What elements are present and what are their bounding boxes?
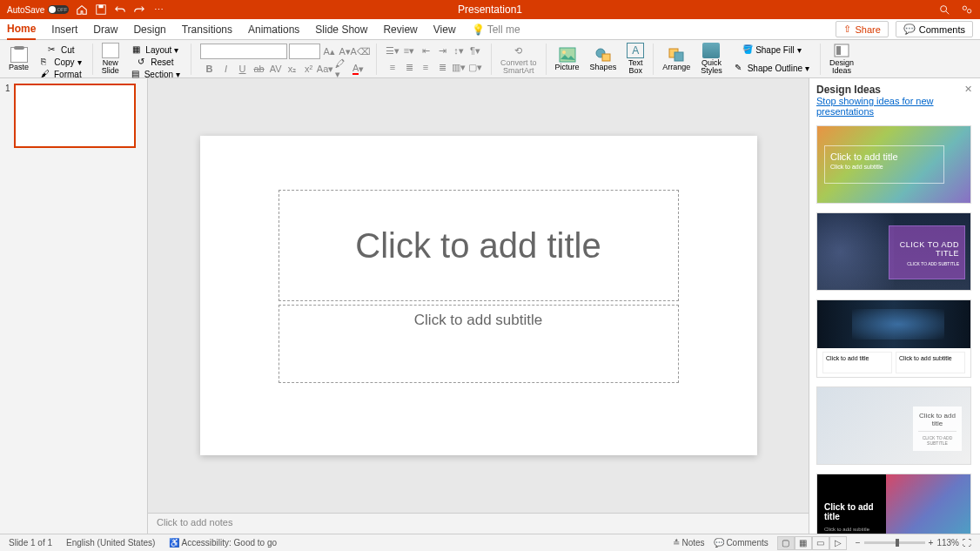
font-size-select[interactable] xyxy=(289,44,320,59)
account-icon[interactable] xyxy=(961,3,973,16)
undo-icon[interactable] xyxy=(114,3,126,16)
cut-button[interactable]: ✂Cut xyxy=(46,44,77,56)
tab-home[interactable]: Home xyxy=(7,19,36,40)
notes-toggle[interactable]: ≛ Notes xyxy=(673,538,705,548)
autosave-toggle[interactable]: AutoSave OFF xyxy=(7,5,69,15)
svg-rect-10 xyxy=(675,52,683,61)
reset-icon: ↺ xyxy=(138,57,148,67)
comment-icon: 💬 xyxy=(903,24,916,35)
shape-outline-button[interactable]: ✎Shape Outline ▾ xyxy=(733,62,811,74)
increase-indent-button[interactable]: ⇥ xyxy=(435,44,449,57)
smartart-button[interactable]: ⟲ Convert to SmartArt xyxy=(497,41,540,77)
highlight-button[interactable]: 🖍▾ xyxy=(335,62,349,76)
align-text-button[interactable]: ▢▾ xyxy=(468,60,482,74)
reset-button[interactable]: ↺Reset xyxy=(136,56,175,68)
strike-button[interactable]: ab xyxy=(252,62,266,76)
design-idea-2[interactable]: CLICK TO ADD TITLECLICK TO ADD SUBTITLE xyxy=(816,212,971,291)
search-icon[interactable] xyxy=(938,3,950,16)
slide-thumbnails: 1 xyxy=(0,78,148,534)
svg-point-6 xyxy=(562,50,566,54)
slide[interactable]: Click to add title Click to add subtitle xyxy=(200,136,757,455)
stop-showing-link[interactable]: Stop showing ideas for new presentations xyxy=(816,96,973,117)
shapes-button[interactable]: Shapes xyxy=(587,45,621,73)
underline-button[interactable]: U xyxy=(236,62,250,76)
change-case-button[interactable]: Aa▾ xyxy=(319,62,332,76)
title-placeholder[interactable]: Click to add title xyxy=(279,190,679,301)
zoom-in-button[interactable]: + xyxy=(929,538,934,548)
redo-icon[interactable] xyxy=(133,3,145,16)
italic-button[interactable]: I xyxy=(219,62,233,76)
tab-design[interactable]: Design xyxy=(133,20,165,39)
fit-to-window-button[interactable]: ⛶ xyxy=(963,538,971,548)
superscript-button[interactable]: x² xyxy=(302,62,316,76)
normal-view-button[interactable]: ▢ xyxy=(777,536,795,550)
font-color-button[interactable]: A▾ xyxy=(352,62,366,76)
increase-font-button[interactable]: A▴ xyxy=(322,44,336,58)
design-ideas-button[interactable]: Design Ideas xyxy=(826,41,857,77)
thumb-number: 1 xyxy=(5,84,10,148)
statusbar: Slide 1 of 1 English (United States) ♿ A… xyxy=(0,534,980,551)
comments-toggle[interactable]: 💬 Comments xyxy=(714,538,769,548)
slideshow-view-button[interactable]: ▷ xyxy=(829,536,847,550)
slide-counter: Slide 1 of 1 xyxy=(9,538,52,548)
bucket-icon: 🪣 xyxy=(742,44,753,55)
svg-point-4 xyxy=(967,10,970,13)
shadow-button[interactable]: AV xyxy=(269,62,283,76)
numbering-button[interactable]: ≡▾ xyxy=(402,44,416,57)
design-idea-5[interactable]: Click to add titleClick to add subtitle xyxy=(816,474,971,534)
textbox-button[interactable]: A Text Box xyxy=(623,41,648,77)
align-left-button[interactable]: ≡ xyxy=(386,60,399,74)
decrease-indent-button[interactable]: ⇤ xyxy=(419,44,433,57)
copy-button[interactable]: ⎘Copy ▾ xyxy=(39,56,83,68)
tab-tellme[interactable]: 💡 Tell me xyxy=(472,20,520,39)
design-idea-1[interactable]: Click to add titleClick to add subtitle xyxy=(816,125,971,204)
subtitle-placeholder[interactable]: Click to add subtitle xyxy=(279,305,679,383)
save-icon[interactable] xyxy=(95,3,107,16)
layout-button[interactable]: ▦Layout ▾ xyxy=(131,44,180,56)
accessibility-status[interactable]: ♿ Accessibility: Good to go xyxy=(169,538,277,548)
clear-format-button[interactable]: A⌫ xyxy=(353,44,367,58)
tab-transitions[interactable]: Transitions xyxy=(182,20,232,39)
share-button[interactable]: ⇧ Share xyxy=(836,21,888,37)
zoom-out-button[interactable]: − xyxy=(856,538,861,548)
zoom-level[interactable]: 113% xyxy=(936,538,959,548)
shape-fill-button[interactable]: 🪣Shape Fill ▾ xyxy=(741,44,802,56)
new-slide-button[interactable]: New Slide xyxy=(98,41,123,77)
tab-insert[interactable]: Insert xyxy=(51,20,77,39)
comments-button[interactable]: 💬 Comments xyxy=(896,21,973,37)
close-panel-button[interactable]: ✕ xyxy=(964,84,975,94)
align-right-button[interactable]: ≡ xyxy=(419,60,433,74)
pen-icon: ✎ xyxy=(735,63,745,73)
justify-button[interactable]: ≣ xyxy=(435,60,449,74)
tab-draw[interactable]: Draw xyxy=(93,20,117,39)
quickstyles-button[interactable]: Quick Styles xyxy=(697,41,726,77)
home-icon[interactable] xyxy=(76,3,88,16)
reading-view-button[interactable]: ▭ xyxy=(812,536,829,550)
zoom-slider[interactable] xyxy=(864,541,925,544)
picture-button[interactable]: Picture xyxy=(552,45,583,73)
bold-button[interactable]: B xyxy=(203,62,217,76)
svg-rect-8 xyxy=(602,54,610,61)
columns-button[interactable]: ▥▾ xyxy=(452,60,466,74)
font-family-select[interactable] xyxy=(200,44,287,59)
notes-pane[interactable]: Click to add notes xyxy=(148,513,809,534)
bullets-button[interactable]: ☰▾ xyxy=(386,44,399,57)
sorter-view-button[interactable]: ▦ xyxy=(795,536,812,550)
tab-view[interactable]: View xyxy=(433,20,456,39)
slide-thumbnail-1[interactable] xyxy=(14,84,136,148)
tab-review[interactable]: Review xyxy=(383,20,417,39)
more-icon[interactable]: ⋯ xyxy=(152,3,164,16)
text-direction-button[interactable]: ¶▾ xyxy=(468,44,482,57)
subscript-button[interactable]: x₂ xyxy=(285,62,299,76)
design-idea-4[interactable]: Click to add titleCLICK TO ADD SUBTITLE xyxy=(816,386,971,465)
design-idea-3[interactable]: Click to add titleClick to add subtitle xyxy=(816,299,971,378)
language-status[interactable]: English (United States) xyxy=(66,538,155,548)
tab-slideshow[interactable]: Slide Show xyxy=(315,20,367,39)
align-center-button[interactable]: ≣ xyxy=(402,60,416,74)
paste-button[interactable]: Paste xyxy=(5,45,32,73)
arrange-button[interactable]: Arrange xyxy=(659,45,694,73)
tab-animations[interactable]: Animations xyxy=(248,20,299,39)
svg-point-3 xyxy=(963,6,966,10)
line-spacing-button[interactable]: ↕▾ xyxy=(452,44,466,57)
slide-canvas[interactable]: Click to add title Click to add subtitle xyxy=(148,78,809,513)
